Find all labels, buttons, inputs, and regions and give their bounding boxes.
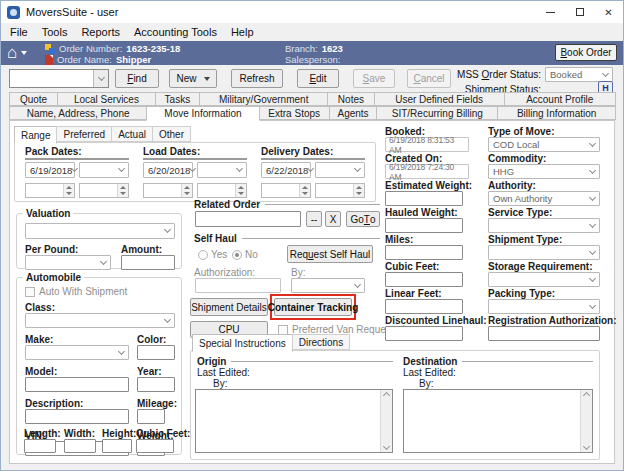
subtab-preferred[interactable]: Preferred bbox=[56, 126, 112, 142]
service-type-select[interactable] bbox=[488, 218, 600, 233]
menu-accounting-tools[interactable]: Accounting Tools bbox=[127, 26, 224, 38]
make-select[interactable] bbox=[25, 345, 129, 360]
load-date-start-select[interactable]: 6/20/2018 bbox=[143, 162, 193, 178]
self-haul-by-select bbox=[291, 278, 365, 293]
refresh-button[interactable]: Refresh bbox=[231, 69, 283, 88]
related-order-field[interactable] bbox=[195, 211, 301, 227]
new-button[interactable]: New bbox=[169, 69, 217, 88]
per-pound-select[interactable] bbox=[25, 255, 111, 270]
linear-feet-field[interactable] bbox=[385, 299, 463, 314]
origin-instructions-textarea[interactable] bbox=[195, 389, 393, 453]
delivery-date-start-select[interactable]: 6/22/2018 bbox=[261, 162, 311, 178]
order-search-input[interactable] bbox=[10, 70, 93, 87]
hauled-weight-field[interactable] bbox=[385, 218, 463, 233]
delivery-time-end-spinner[interactable] bbox=[315, 183, 365, 198]
tab-special-instructions[interactable]: Special Instructions bbox=[192, 334, 293, 352]
tab-name-address-phone[interactable]: Name, Address, Phone bbox=[9, 106, 147, 120]
related-order-browse-button[interactable]: -- bbox=[306, 211, 322, 227]
subtab-other[interactable]: Other bbox=[152, 126, 191, 142]
tab-extra-stops[interactable]: Extra Stops bbox=[259, 106, 330, 120]
pack-date-start-select[interactable]: 6/19/2018 bbox=[25, 162, 75, 178]
scrollbar[interactable] bbox=[580, 390, 592, 452]
subtab-actual[interactable]: Actual bbox=[111, 126, 153, 142]
tab-notes[interactable]: Notes bbox=[327, 92, 374, 106]
tab-directions[interactable]: Directions bbox=[292, 334, 350, 350]
pack-date-end-select[interactable] bbox=[79, 162, 129, 178]
tab-billing-information[interactable]: Billing Information bbox=[497, 106, 616, 120]
load-time-start-spinner[interactable] bbox=[143, 183, 193, 198]
color-field[interactable] bbox=[137, 345, 175, 360]
shipment-type-select[interactable] bbox=[488, 245, 600, 260]
cubic-feet-field[interactable] bbox=[136, 439, 174, 453]
storage-requirement-select[interactable] bbox=[488, 272, 600, 287]
minimize-button[interactable] bbox=[536, 1, 565, 23]
menu-tools[interactable]: Tools bbox=[35, 26, 75, 38]
type-of-move-select[interactable]: COD Local bbox=[488, 137, 600, 152]
close-button[interactable]: ✕ bbox=[594, 1, 623, 23]
scrollbar[interactable] bbox=[380, 390, 392, 452]
find-button[interactable]: Find bbox=[115, 69, 159, 88]
miles-field[interactable] bbox=[385, 245, 463, 260]
window-controls: ✕ bbox=[536, 1, 623, 23]
packing-type-select[interactable] bbox=[488, 299, 600, 314]
chevron-down-icon bbox=[189, 165, 196, 172]
go-to-button[interactable]: Go To bbox=[346, 211, 380, 227]
container-tracking-button[interactable]: Container Tracking bbox=[274, 298, 352, 316]
length-field[interactable] bbox=[24, 439, 56, 453]
class-label: Class: bbox=[25, 302, 55, 313]
discounted-linehaul-field[interactable] bbox=[385, 326, 463, 341]
app-icon bbox=[7, 6, 20, 19]
chevron-down-icon bbox=[354, 280, 361, 287]
tab-account-profile[interactable]: Account Profile bbox=[504, 92, 616, 106]
edit-button[interactable]: Edit bbox=[297, 69, 339, 88]
menu-help[interactable]: Help bbox=[224, 26, 261, 38]
destination-instructions-textarea[interactable] bbox=[403, 389, 593, 453]
delivery-time-start-spinner[interactable] bbox=[261, 183, 311, 198]
maximize-icon bbox=[576, 8, 584, 16]
class-select[interactable] bbox=[25, 313, 175, 328]
tab-sit-recurring-billing[interactable]: SIT/Recurring Billing bbox=[376, 106, 498, 120]
height-field[interactable] bbox=[102, 439, 132, 453]
order-search-combo[interactable] bbox=[9, 69, 109, 88]
cubic-feet-summary-field[interactable] bbox=[385, 272, 463, 287]
authority-select[interactable]: Own Authority bbox=[488, 191, 600, 206]
amount-field[interactable] bbox=[121, 255, 175, 270]
delivery-date-end-select[interactable] bbox=[315, 162, 365, 178]
load-time-end-spinner[interactable] bbox=[197, 183, 247, 198]
model-field[interactable] bbox=[25, 377, 129, 392]
book-order-button[interactable]: Book Order bbox=[555, 44, 617, 61]
tab-tasks[interactable]: Tasks bbox=[155, 92, 200, 106]
commodity-select[interactable]: HHG bbox=[488, 164, 600, 179]
tab-quote[interactable]: Quote bbox=[9, 92, 58, 106]
mss-order-status-select[interactable]: Booked bbox=[545, 67, 613, 82]
load-date-end-select[interactable] bbox=[197, 162, 247, 178]
related-order-clear-button[interactable]: X bbox=[325, 211, 341, 227]
valuation-select[interactable] bbox=[25, 223, 175, 239]
tab-agents[interactable]: Agents bbox=[329, 106, 378, 120]
request-self-haul-button[interactable]: Request Self Haul bbox=[287, 245, 373, 263]
mileage-field[interactable] bbox=[137, 409, 165, 424]
tab-local-services[interactable]: Local Services bbox=[57, 92, 156, 106]
menu-file[interactable]: File bbox=[3, 26, 35, 38]
shipment-details-button[interactable]: Shipment Details bbox=[190, 298, 268, 316]
year-field[interactable] bbox=[137, 377, 175, 392]
tab-military-government[interactable]: Military/Government bbox=[199, 92, 328, 106]
pack-time-start-spinner[interactable] bbox=[25, 183, 75, 198]
pack-time-end-spinner[interactable] bbox=[79, 183, 129, 198]
search-dropdown-button[interactable] bbox=[93, 70, 108, 87]
chevron-down-icon bbox=[589, 220, 596, 227]
self-haul-by-label: By: bbox=[291, 267, 305, 278]
description-field[interactable] bbox=[25, 409, 129, 424]
move-information-page: Range Preferred Actual Other Pack Dates:… bbox=[9, 120, 615, 464]
tab-user-defined-fields[interactable]: User Defined Fields bbox=[374, 92, 505, 106]
estimated-weight-field[interactable] bbox=[385, 191, 463, 206]
order-header-bar: ⌂ Order Number: 1623-235-18 Order Name: … bbox=[1, 41, 623, 65]
registration-authorization-field[interactable] bbox=[488, 326, 600, 341]
width-field[interactable] bbox=[64, 439, 96, 453]
home-button[interactable]: ⌂ bbox=[7, 42, 41, 63]
menu-reports[interactable]: Reports bbox=[74, 26, 127, 38]
tab-move-information[interactable]: Move Information bbox=[146, 106, 259, 121]
maximize-button[interactable] bbox=[565, 1, 594, 23]
checkbox-icon bbox=[25, 287, 35, 297]
subtab-range[interactable]: Range bbox=[14, 126, 57, 144]
